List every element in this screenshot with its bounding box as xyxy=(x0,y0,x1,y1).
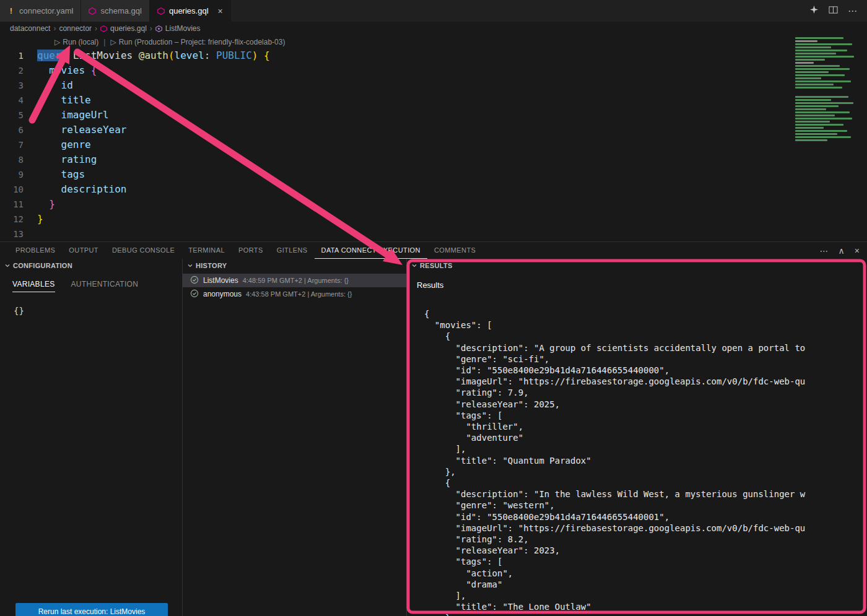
chevron-down-icon xyxy=(5,262,10,269)
vscode-window: ! connector.yaml schema.gql queries.gql … xyxy=(0,0,867,616)
breadcrumb-listmovies[interactable]: ListMovies xyxy=(165,24,201,33)
more-actions-icon[interactable]: ⋯ xyxy=(848,6,857,17)
code-line[interactable]: 8 rating xyxy=(0,152,867,167)
line-number: 10 xyxy=(0,182,37,197)
tab-variables[interactable]: VARIABLES xyxy=(12,276,55,292)
results-header[interactable]: RESULTS xyxy=(407,259,867,272)
code-line[interactable]: 10 description xyxy=(0,182,867,197)
close-tab-icon[interactable]: × xyxy=(218,6,223,16)
panel-tab-gitlens[interactable]: GITLENS xyxy=(270,242,315,259)
results-label: Results xyxy=(417,280,867,290)
configuration-title: CONFIGURATION xyxy=(13,262,72,269)
breadcrumb-separator: › xyxy=(150,24,152,33)
run-local-label: Run (local) xyxy=(63,38,98,46)
code-line[interactable]: 9 tags xyxy=(0,167,867,182)
listmovies-symbol-icon xyxy=(155,25,162,32)
status-check-icon xyxy=(190,275,199,286)
sparkle-icon[interactable] xyxy=(809,5,819,17)
panel-tab-comments[interactable]: COMMENTS xyxy=(427,242,482,259)
panel-close-icon[interactable]: × xyxy=(855,246,860,256)
line-number: 2 xyxy=(0,63,37,78)
code-lines[interactable]: 1query ListMovies @auth(level: PUBLIC) {… xyxy=(0,48,867,241)
panel-more-icon[interactable]: ⋯ xyxy=(820,246,829,256)
history-item-name: ListMovies xyxy=(203,276,238,285)
configuration-header[interactable]: CONFIGURATION xyxy=(0,259,182,272)
line-number: 12 xyxy=(0,212,37,227)
play-icon: ▷ xyxy=(54,38,60,46)
run-local-link[interactable]: ▷ Run (local) xyxy=(54,38,98,46)
tab-schema-gql[interactable]: schema.gql xyxy=(81,0,149,22)
code-line[interactable]: 7 genre xyxy=(0,137,867,152)
tab-label: queries.gql xyxy=(169,6,209,15)
tab-connector-yaml[interactable]: ! connector.yaml xyxy=(0,0,81,22)
variables-value[interactable]: {} xyxy=(14,306,182,316)
tab-authentication[interactable]: AUTHENTICATION xyxy=(71,276,139,292)
configuration-tabs: VARIABLES AUTHENTICATION xyxy=(0,276,182,292)
tab-queries-gql[interactable]: queries.gql × xyxy=(150,0,231,22)
line-number: 9 xyxy=(0,167,37,182)
data-connect-execution-view: CONFIGURATION VARIABLES AUTHENTICATION {… xyxy=(0,259,867,616)
breadcrumb-connector[interactable]: connector xyxy=(59,24,92,33)
line-number: 6 xyxy=(0,123,37,137)
code-line[interactable]: 5 imageUrl xyxy=(0,108,867,123)
history-item-listmovies[interactable]: ListMovies 4:48:59 PM GMT+2 | Arguments:… xyxy=(183,274,406,287)
code-line[interactable]: 13 xyxy=(0,227,867,241)
graphql-icon xyxy=(89,7,96,15)
code-line[interactable]: 3 id xyxy=(0,78,867,93)
line-number: 8 xyxy=(0,152,37,167)
history-title: HISTORY xyxy=(196,262,227,269)
breadcrumb-separator: › xyxy=(95,24,97,33)
split-editor-icon[interactable] xyxy=(829,6,838,17)
status-check-icon xyxy=(190,289,199,300)
code-line[interactable]: 6 releaseYear xyxy=(0,123,867,137)
panel-tab-problems[interactable]: PROBLEMS xyxy=(9,242,62,259)
tab-label: schema.gql xyxy=(100,6,141,15)
line-number: 5 xyxy=(0,108,37,123)
code-line[interactable]: 4 title xyxy=(0,93,867,108)
graphql-file-icon xyxy=(100,25,107,32)
history-header[interactable]: HISTORY xyxy=(183,259,406,272)
line-number: 7 xyxy=(0,137,37,152)
panel-tab-debug-console[interactable]: DEBUG CONSOLE xyxy=(105,242,181,259)
panel-tab-output[interactable]: OUTPUT xyxy=(62,242,105,259)
minimap[interactable] xyxy=(795,37,865,142)
play-icon: ▷ xyxy=(110,38,116,46)
chevron-down-icon xyxy=(412,262,417,269)
panel-maximize-icon[interactable]: ∧ xyxy=(839,246,845,256)
panel-tab-terminal[interactable]: TERMINAL xyxy=(181,242,232,259)
line-number: 11 xyxy=(0,197,37,212)
code-line[interactable]: 12} xyxy=(0,212,867,227)
history-item-anonymous[interactable]: anonymous 4:43:58 PM GMT+2 | Arguments: … xyxy=(183,287,406,301)
panel-tab-data-connect-execution[interactable]: DATA CONNECT EXECUTION xyxy=(315,242,427,259)
chevron-down-icon xyxy=(188,262,193,269)
results-section: RESULTS Results { "movies": [ { "descrip… xyxy=(407,259,867,616)
codelens: ▷ Run (local) | ▷ Run (Production – Proj… xyxy=(0,35,867,48)
results-title: RESULTS xyxy=(420,262,453,269)
rerun-last-execution-button[interactable]: Rerun last execution: ListMovies xyxy=(15,603,168,616)
breadcrumb-separator: › xyxy=(53,24,56,33)
history-list: ListMovies 4:48:59 PM GMT+2 | Arguments:… xyxy=(183,274,406,301)
editor-actions: ⋯ xyxy=(809,0,867,22)
history-item-meta: 4:48:59 PM GMT+2 | Arguments: {} xyxy=(243,277,349,284)
code-line[interactable]: 11 } xyxy=(0,197,867,212)
panel-actions: ⋯ ∧ × xyxy=(820,242,860,259)
history-section: HISTORY ListMovies 4:48:59 PM GMT+2 | Ar… xyxy=(183,259,407,616)
run-production-link[interactable]: ▷ Run (Production – Project: friendly-fl… xyxy=(110,38,285,46)
graphql-icon xyxy=(157,7,165,15)
breadcrumb: dataconnect › connector › queries.gql › … xyxy=(0,22,867,35)
configuration-section: CONFIGURATION VARIABLES AUTHENTICATION {… xyxy=(0,259,183,616)
results-json-output[interactable]: { "movies": [ { "description": "A group … xyxy=(424,308,867,616)
editor-tab-bar: ! connector.yaml schema.gql queries.gql … xyxy=(0,0,867,22)
code-editor[interactable]: ▷ Run (local) | ▷ Run (Production – Proj… xyxy=(0,35,867,241)
code-line[interactable]: 1query ListMovies @auth(level: PUBLIC) { xyxy=(0,48,867,63)
line-number: 13 xyxy=(0,227,37,241)
breadcrumb-dataconnect[interactable]: dataconnect xyxy=(10,24,50,33)
panel-tab-bar: PROBLEMSOUTPUTDEBUG CONSOLETERMINALPORTS… xyxy=(0,242,867,259)
code-line[interactable]: 2 movies { xyxy=(0,63,867,78)
history-item-name: anonymous xyxy=(203,290,242,298)
bottom-panel: PROBLEMSOUTPUTDEBUG CONSOLETERMINALPORTS… xyxy=(0,241,867,616)
warning-icon: ! xyxy=(7,6,15,15)
breadcrumb-queries-gql[interactable]: queries.gql xyxy=(110,24,147,33)
run-production-label: Run (Production – Project: friendly-flix… xyxy=(119,38,285,46)
panel-tab-ports[interactable]: PORTS xyxy=(232,242,270,259)
